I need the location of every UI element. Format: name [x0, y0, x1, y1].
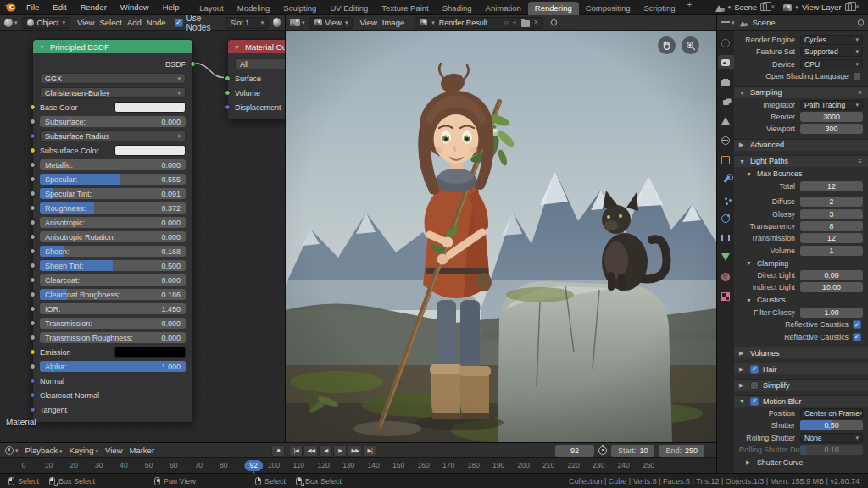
menu-view[interactable]: View	[357, 18, 379, 27]
bsdf-row-clearcoat-normal[interactable]: Clearcoat Normal	[40, 390, 186, 401]
slider-alpha[interactable]: Alpha:1.000	[40, 361, 186, 372]
principled-bsdf-node[interactable]: ▼ Principled BSDF BSDFGGX▾Christensen-Bu…	[32, 39, 193, 423]
slot-dropdown[interactable]: Slot 1▾	[225, 17, 269, 29]
panel-menu-icon[interactable]: ≡	[858, 89, 863, 97]
output-socket[interactable]	[190, 61, 196, 67]
editor-type-button[interactable]: ▾	[4, 19, 18, 27]
tab-object-data[interactable]	[718, 250, 734, 264]
input-socket[interactable]	[30, 263, 36, 269]
checkbox-refractive-caustics[interactable]: ✓	[853, 333, 861, 341]
slider-anisotropic[interactable]: Anisotropic:0.000	[40, 217, 186, 228]
field-glossy[interactable]: 3	[800, 209, 863, 219]
slider-rolling-shutter-dur[interactable]: 0.10	[800, 445, 863, 455]
field-volume[interactable]: 1	[800, 246, 863, 256]
timeline-ruler[interactable]: 0102030405060708010011012013014015016017…	[0, 458, 716, 473]
tab-view-layer[interactable]	[718, 94, 734, 108]
input-socket[interactable]	[30, 291, 36, 297]
play-reverse-button[interactable]: ◀	[319, 445, 332, 457]
slider-sheen-tint[interactable]: Sheen Tint:0.500	[40, 260, 186, 271]
input-socket[interactable]	[30, 205, 36, 211]
input-socket[interactable]	[30, 147, 36, 153]
input-socket[interactable]	[30, 104, 36, 110]
input-socket[interactable]	[30, 133, 36, 139]
play-button[interactable]: ▶	[333, 445, 347, 457]
bsdf-row-specular[interactable]: Specular:0.555	[40, 174, 186, 185]
new-image-icon[interactable]: +	[513, 19, 517, 27]
slider-transmission[interactable]: Transmission:0.000	[40, 318, 186, 329]
slider-anisotropic-rotation[interactable]: Anisotropic Rotation:0.000	[40, 231, 186, 242]
menu-help[interactable]: Help	[156, 2, 186, 13]
tab-object[interactable]	[718, 152, 734, 167]
slider-ior[interactable]: IOR:1.450	[40, 303, 186, 314]
bsdf-row-normal[interactable]: Normal	[40, 375, 186, 386]
node-canvas[interactable]: ▼ Principled BSDF BSDFGGX▾Christensen-Bu…	[0, 30, 285, 442]
editor-type-button[interactable]: ▾	[5, 446, 19, 455]
tab-constraints[interactable]	[718, 230, 734, 245]
slider-clearcoat-roughness[interactable]: Clearcoat Roughness:0.186	[40, 289, 186, 300]
field-transparency[interactable]: 8	[800, 221, 863, 231]
next-keyframe-button[interactable]: ▶▶	[348, 445, 362, 457]
select-integrator[interactable]: Path Tracing▾	[800, 100, 863, 110]
collapse-icon[interactable]: ▼	[39, 44, 46, 50]
bsdf-row-clearcoat[interactable]: Clearcoat:0.000	[40, 274, 186, 286]
bsdf-row-specular-tint[interactable]: Specular Tint:0.091	[40, 188, 186, 199]
select-rolling-shutter[interactable]: None▾	[800, 433, 863, 443]
subpanel-caustics[interactable]: ▼Caustics	[739, 295, 863, 306]
current-frame-field[interactable]: 92	[555, 445, 594, 457]
checkbox-simplify[interactable]	[750, 381, 759, 390]
tab-material[interactable]	[718, 269, 734, 284]
bsdf-row-base-color[interactable]: Base Color	[40, 102, 186, 113]
workspace-tab-shading[interactable]: Shading	[436, 2, 479, 15]
input-socket[interactable]	[30, 248, 36, 254]
panel-simplify[interactable]: ▶Simplify	[734, 379, 868, 391]
color-swatch[interactable]	[114, 347, 186, 358]
bsdf-row-subsurface-radius[interactable]: Subsurface Radius▾	[40, 130, 186, 141]
frame-end-field[interactable]: End:250	[659, 445, 704, 457]
input-socket[interactable]	[30, 349, 36, 355]
color-swatch[interactable]	[114, 102, 186, 113]
panel-volumes[interactable]: ▶Volumes	[734, 347, 868, 358]
input-socket[interactable]	[30, 363, 36, 369]
workspace-tab-layout[interactable]: Layout	[192, 2, 231, 15]
panel-advanced[interactable]: ▶Advanced	[734, 139, 868, 151]
menu-file[interactable]: File	[19, 2, 46, 13]
input-socket[interactable]	[30, 306, 36, 312]
subpanel-max-bounces[interactable]: ▼Max Bounces	[739, 169, 863, 180]
panel-motion-blur[interactable]: ▼✓Motion Blur	[734, 395, 868, 407]
slider-transmission-roughness[interactable]: Transmission Roughness:0.000	[40, 332, 186, 343]
bsdf-row-tangent[interactable]: Tangent	[40, 404, 186, 415]
image-datablock-selector[interactable]: ▾ Render Result ○ + ×	[415, 17, 543, 29]
checkbox-open-shading-language[interactable]	[853, 72, 861, 80]
frame-start-field[interactable]: Start:10	[611, 445, 655, 457]
view-layer-selector[interactable]: ▾ View Layer ×	[783, 3, 860, 12]
input-socket[interactable]	[30, 277, 36, 283]
panel-menu-icon[interactable]: ≡	[858, 158, 863, 165]
material-output-node[interactable]: ▼ Material Output AllSurfaceVolumeDispla…	[227, 39, 285, 120]
input-socket[interactable]	[30, 119, 36, 125]
new-scene-icon[interactable]	[760, 3, 767, 11]
workspace-tab-uv-editing[interactable]: UV Editing	[323, 2, 375, 15]
input-socket[interactable]	[30, 191, 36, 197]
bsdf-row-transmission-roughness[interactable]: Transmission Roughness:0.000	[40, 332, 186, 343]
slider-roughness[interactable]: Roughness:0.372	[40, 202, 186, 214]
input-socket[interactable]	[30, 162, 36, 168]
input-socket[interactable]	[225, 90, 231, 96]
bsdf-row-subsurface-color[interactable]: Subsurface Color	[40, 145, 186, 156]
scene-selector[interactable]: ▾ Scene ×	[715, 3, 776, 12]
shader-type-dropdown[interactable]: Object▾	[22, 17, 71, 29]
editor-type-button[interactable]: ▾	[721, 19, 735, 26]
use-nodes-toggle[interactable]: ✓ Use Nodes	[175, 14, 218, 32]
view-layer-name[interactable]: View Layer	[802, 3, 842, 12]
menu-playback[interactable]: Playback ▾	[23, 446, 65, 455]
bsdf-row-emission[interactable]: Emission	[40, 347, 186, 358]
menu-select[interactable]: Select	[97, 18, 124, 27]
slider-subsurface[interactable]: Subsurface:0.000	[40, 116, 186, 127]
slider-specular-tint[interactable]: Specular Tint:0.091	[40, 188, 186, 199]
output-row-surface[interactable]: Surface	[235, 73, 285, 84]
display-mode-dropdown[interactable]: View▾	[309, 17, 353, 29]
menu-render[interactable]: Render	[74, 2, 114, 13]
checkbox-reflective-caustics[interactable]: ✓	[853, 320, 861, 329]
field-diffuse[interactable]: 2	[800, 197, 863, 207]
tab-world[interactable]	[718, 133, 734, 147]
slider-metallic[interactable]: Metallic:0.000	[40, 159, 186, 170]
